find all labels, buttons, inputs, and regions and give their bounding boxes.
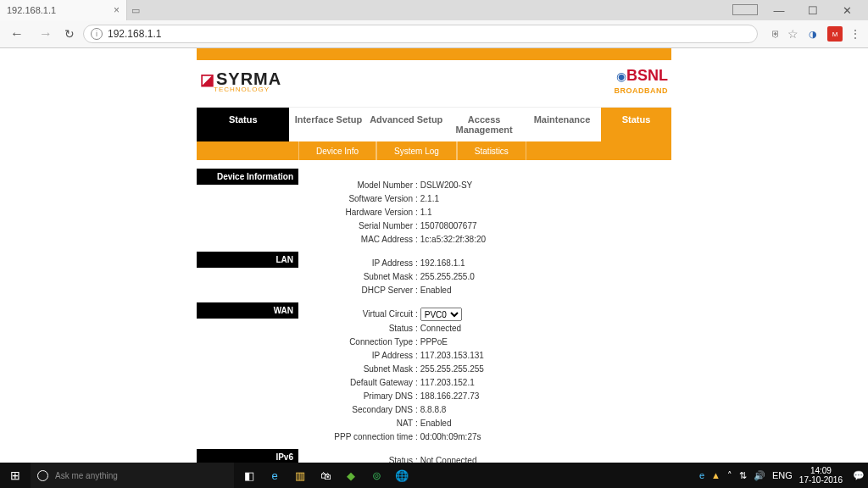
section-wan: WAN bbox=[197, 302, 298, 319]
nav-status-active[interactable]: Status bbox=[601, 108, 671, 141]
back-button[interactable]: ← bbox=[7, 26, 27, 42]
close-tab-icon[interactable]: × bbox=[114, 4, 120, 16]
main-nav: Status Interface Setup Advanced Setup Ac… bbox=[197, 107, 671, 141]
subnav-device-info[interactable]: Device Info bbox=[298, 141, 376, 160]
syrma-logo: ◪SYRMA TECHNOLOGY bbox=[200, 69, 281, 93]
gmail-icon[interactable]: M bbox=[827, 26, 843, 42]
explorer-icon[interactable]: ▥ bbox=[288, 463, 312, 472]
edge-icon[interactable]: e bbox=[263, 463, 287, 472]
tray-volume-icon[interactable]: 🔊 bbox=[754, 470, 765, 473]
tray-network-icon[interactable]: ⇅ bbox=[739, 470, 747, 473]
top-orange-bar bbox=[197, 48, 671, 60]
tray-alert-icon[interactable]: ▲ bbox=[711, 470, 721, 472]
page-content: ◪SYRMA TECHNOLOGY ◉BSNL BROADBAND Status… bbox=[0, 48, 868, 472]
tray-notifications-icon[interactable]: 💬 bbox=[853, 470, 865, 473]
tray-up-icon[interactable]: ˄ bbox=[727, 470, 732, 473]
close-window-button[interactable]: ✕ bbox=[834, 4, 860, 17]
account-icon[interactable] bbox=[732, 4, 758, 15]
start-button[interactable]: ⊞ bbox=[0, 469, 31, 472]
maximize-button[interactable]: ☐ bbox=[800, 4, 826, 17]
windows-taskbar[interactable]: ⊞ Ask me anything ◧ e ▥ 🛍 ◆ ⊚ 🌐 e ▲ ˄ ⇅ … bbox=[0, 463, 868, 472]
address-bar: ← → ↻ i 192.168.1.1 ⛨ ☆ ◑ M ⋮ bbox=[0, 20, 868, 47]
browser-tab[interactable]: 192.168.1.1 × bbox=[0, 0, 127, 20]
nav-status[interactable]: Status bbox=[197, 108, 289, 141]
virtual-circuit-select[interactable]: PVC0 bbox=[420, 308, 462, 321]
sub-nav: Device Info System Log Statistics bbox=[197, 141, 671, 160]
tray-ie-icon[interactable]: e bbox=[699, 470, 704, 472]
extension-icon-1[interactable]: ◑ bbox=[805, 26, 821, 42]
site-info-icon[interactable]: i bbox=[91, 28, 103, 40]
window-controls: — ☐ ✕ bbox=[732, 4, 868, 17]
nav-advanced-setup[interactable]: Advanced Setup bbox=[367, 108, 445, 141]
nav-interface-setup[interactable]: Interface Setup bbox=[289, 108, 367, 141]
tab-bar: 192.168.1.1 × ▭ — ☐ ✕ bbox=[0, 0, 868, 20]
store-icon[interactable]: 🛍 bbox=[314, 463, 337, 472]
new-tab-button[interactable]: ▭ bbox=[127, 5, 144, 16]
bookmark-icon[interactable]: ☆ bbox=[787, 27, 798, 41]
translate-icon[interactable]: ⛨ bbox=[771, 29, 781, 39]
task-view-icon[interactable]: ◧ bbox=[237, 463, 261, 472]
tray-lang[interactable]: ENG bbox=[772, 470, 793, 472]
cortana-search[interactable]: Ask me anything bbox=[31, 463, 234, 472]
menu-icon[interactable]: ⋮ bbox=[849, 27, 861, 41]
cortana-icon bbox=[37, 470, 48, 473]
section-device-info: Device Information bbox=[197, 169, 298, 185]
chrome-icon[interactable]: 🌐 bbox=[390, 463, 414, 472]
reload-button[interactable]: ↻ bbox=[64, 27, 75, 41]
url-input[interactable]: i 192.168.1.1 bbox=[83, 25, 758, 43]
subnav-statistics[interactable]: Statistics bbox=[457, 141, 526, 160]
nav-access-management[interactable]: Access Management bbox=[445, 108, 523, 141]
tray-clock[interactable]: 14:09 17-10-2016 bbox=[799, 466, 846, 472]
forward-button: → bbox=[36, 26, 56, 42]
minimize-button[interactable]: — bbox=[766, 4, 792, 17]
nav-maintenance[interactable]: Maintenance bbox=[523, 108, 601, 141]
app-icon-1[interactable]: ◆ bbox=[339, 463, 363, 472]
section-lan: LAN bbox=[197, 252, 298, 268]
subnav-system-log[interactable]: System Log bbox=[376, 141, 457, 160]
tab-title: 192.168.1.1 bbox=[7, 5, 56, 15]
bsnl-logo: ◉BSNL BROADBAND bbox=[615, 67, 669, 95]
url-text: 192.168.1.1 bbox=[108, 28, 161, 40]
app-icon-2[interactable]: ⊚ bbox=[364, 463, 388, 472]
